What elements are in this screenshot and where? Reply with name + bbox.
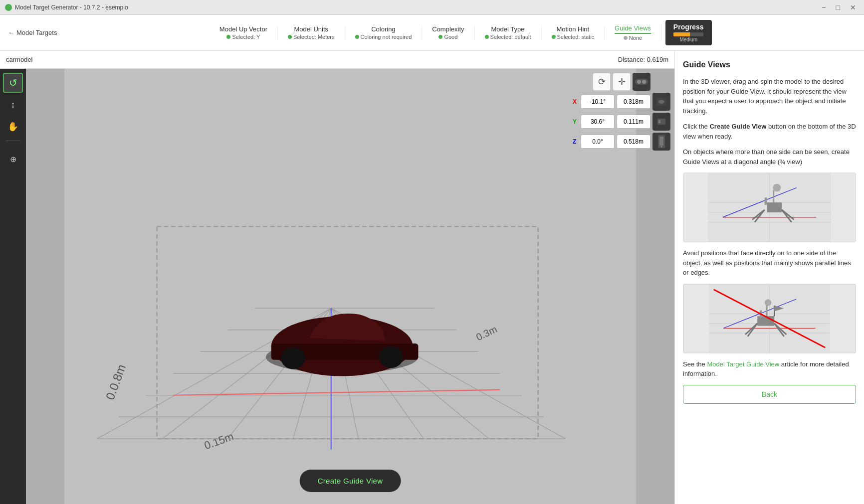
svg-point-65 bbox=[765, 299, 772, 306]
nav-step-model-type[interactable]: Model Type Selected: default bbox=[475, 25, 542, 40]
x-axis-label: X bbox=[573, 98, 579, 105]
move-control-icon[interactable]: ✛ bbox=[613, 73, 631, 91]
step-dot-2 bbox=[355, 35, 359, 39]
create-guide-view-button[interactable]: Create Guide View bbox=[300, 470, 401, 492]
nav-step-model-units[interactable]: Model Units Selected: Meters bbox=[278, 25, 345, 40]
guide-image-good bbox=[683, 172, 856, 242]
bad-example-svg bbox=[684, 285, 855, 352]
svg-rect-66 bbox=[766, 305, 768, 316]
right-panel: Guide Views In the 3D viewer, drag and s… bbox=[674, 51, 864, 504]
nav-step-guide-views[interactable]: Guide Views None bbox=[605, 24, 661, 41]
guide-image-bad bbox=[683, 284, 856, 353]
right-panel-para1: In the 3D viewer, drag and spin the mode… bbox=[683, 77, 856, 116]
svg-rect-45 bbox=[765, 197, 767, 205]
rotate-tool[interactable]: ↺ bbox=[3, 73, 23, 93]
app-title: Model Target Generator - 10.7.2 - esempi… bbox=[15, 4, 128, 11]
right-panel-title: Guide Views bbox=[683, 59, 856, 71]
svg-rect-8 bbox=[659, 137, 663, 146]
nav-step-complexity[interactable]: Complexity Good bbox=[422, 25, 474, 40]
main-area: carmodel Distance: 0.619m ↺ ↕ ✋ ⊕ ⟳ bbox=[0, 51, 864, 504]
maximize-btn[interactable]: □ bbox=[833, 2, 843, 12]
step-dot-4 bbox=[485, 35, 489, 39]
viewer-panel: carmodel Distance: 0.619m ↺ ↕ ✋ ⊕ ⟳ bbox=[0, 51, 674, 504]
progress-bar-fill bbox=[673, 32, 690, 36]
z-axis-row: Z bbox=[573, 133, 670, 151]
pan-tool[interactable]: ✋ bbox=[3, 117, 23, 137]
create-guide-view-container: Create Guide View bbox=[300, 470, 401, 492]
svg-rect-0 bbox=[635, 79, 648, 85]
y-axis-row: Y bbox=[573, 113, 670, 131]
canvas-area[interactable]: ⟳ ✛ X bbox=[26, 69, 674, 504]
vr-view-icon[interactable] bbox=[633, 73, 650, 91]
step-dot-1 bbox=[288, 35, 292, 39]
minimize-btn[interactable]: − bbox=[819, 2, 829, 12]
para5-pre: See the bbox=[683, 360, 707, 368]
rotate-control-icon[interactable]: ⟳ bbox=[593, 73, 611, 91]
progress-sub: Medium bbox=[679, 37, 697, 42]
y-angle-input[interactable] bbox=[581, 115, 615, 129]
titlebar-left: Model Target Generator - 10.7.2 - esempi… bbox=[5, 4, 128, 11]
x-dist-input[interactable] bbox=[617, 95, 650, 109]
right-panel-para2: Click the Create Guide View button on th… bbox=[683, 122, 856, 141]
nav-step-progress[interactable]: Progress Medium bbox=[665, 20, 712, 45]
good-example-svg bbox=[683, 173, 856, 242]
crosshair-tool[interactable]: ⊕ bbox=[3, 149, 23, 169]
svg-point-36 bbox=[379, 346, 403, 368]
z-angle-input[interactable] bbox=[581, 135, 615, 149]
phone-view-icon[interactable] bbox=[652, 133, 670, 151]
y-dist-input[interactable] bbox=[617, 115, 650, 129]
svg-point-1 bbox=[637, 80, 641, 84]
side-view-icon[interactable] bbox=[652, 113, 670, 131]
svg-point-4 bbox=[658, 100, 664, 104]
svg-rect-51 bbox=[773, 190, 774, 203]
nav-step-motion-hint[interactable]: Motion Hint Selected: static bbox=[542, 25, 605, 40]
svg-point-9 bbox=[661, 146, 662, 148]
window-controls[interactable]: − □ ✕ bbox=[819, 2, 859, 12]
para2-bold: Create Guide View bbox=[709, 123, 766, 130]
right-panel-para3: On objects where more than one side can … bbox=[683, 147, 856, 167]
right-panel-para4: Avoid positions that face directly on to… bbox=[683, 248, 856, 278]
pan-vertical-tool[interactable]: ↕ bbox=[3, 95, 23, 115]
nav-steps: Model Up Vector Selected: Y Model Units … bbox=[65, 20, 856, 45]
right-panel-para5: See the Model Target Guide View article … bbox=[683, 359, 856, 379]
back-button[interactable]: ← Model Targets bbox=[8, 29, 65, 36]
y-axis-label: Y bbox=[573, 118, 579, 125]
step-dot-6 bbox=[624, 36, 628, 40]
progress-bar bbox=[673, 32, 703, 36]
step-dot-0 bbox=[226, 35, 230, 39]
top-navigation: ← Model Targets Model Up Vector Selected… bbox=[0, 15, 864, 51]
titlebar: Model Target Generator - 10.7.2 - esempi… bbox=[0, 0, 864, 15]
toolbar-sep bbox=[5, 141, 20, 141]
controls-top-row: ⟳ ✛ bbox=[573, 73, 670, 91]
svg-rect-59 bbox=[757, 316, 774, 326]
back-action-button[interactable]: Back bbox=[683, 385, 856, 404]
model-name: carmodel bbox=[6, 56, 32, 63]
nav-step-coloring[interactable]: Coloring Coloring not required bbox=[345, 25, 423, 40]
z-dist-input[interactable] bbox=[617, 135, 650, 149]
svg-rect-6 bbox=[658, 120, 660, 123]
step-dot-5 bbox=[552, 35, 556, 39]
svg-point-2 bbox=[642, 80, 646, 84]
svg-rect-44 bbox=[767, 202, 782, 212]
x-angle-input[interactable] bbox=[581, 95, 615, 109]
z-axis-label: Z bbox=[573, 138, 579, 145]
svg-point-35 bbox=[281, 347, 305, 369]
toolbar: ↺ ↕ ✋ ⊕ bbox=[0, 69, 26, 504]
back-label: Model Targets bbox=[16, 29, 57, 36]
app-icon bbox=[5, 4, 12, 11]
viewer-body: ↺ ↕ ✋ ⊕ ⟳ ✛ bbox=[0, 69, 674, 504]
step-dot-3 bbox=[438, 35, 442, 39]
distance-display: Distance: 0.619m bbox=[618, 56, 668, 63]
para2-pre: Click the bbox=[683, 123, 709, 130]
guide-view-article-link[interactable]: Model Target Guide View bbox=[707, 360, 779, 368]
viewer-topbar: carmodel Distance: 0.619m bbox=[0, 51, 674, 69]
back-arrow-icon: ← bbox=[8, 29, 14, 36]
close-btn[interactable]: ✕ bbox=[847, 2, 859, 12]
nav-step-model-up-vector[interactable]: Model Up Vector Selected: Y bbox=[210, 25, 278, 40]
controls-panel: ⟳ ✛ X bbox=[573, 73, 670, 151]
front-view-icon[interactable] bbox=[652, 93, 670, 111]
x-axis-row: X bbox=[573, 93, 670, 111]
